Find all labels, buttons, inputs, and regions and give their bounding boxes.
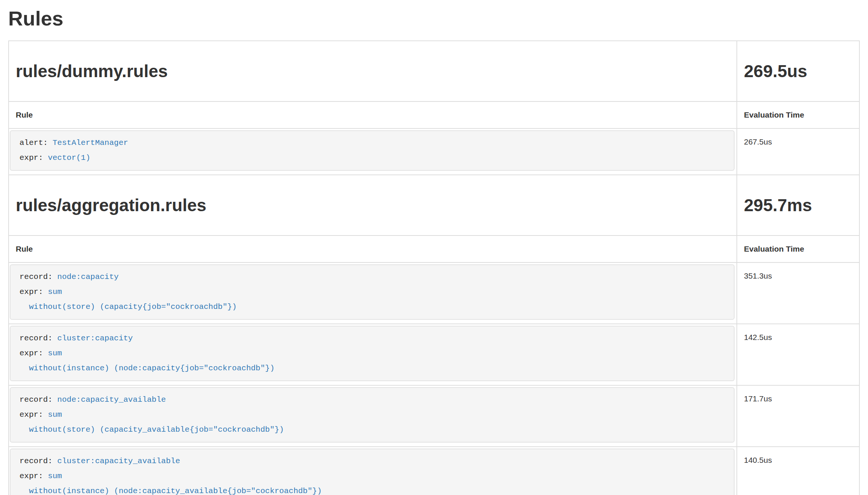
rule-code: record: cluster:capacity_available expr:… [10, 449, 735, 495]
rule-row: record: cluster:capacity_available expr:… [9, 446, 859, 495]
rule-code: record: node:capacity_available expr: su… [10, 387, 735, 443]
group-time-cell: 295.7ms [736, 175, 859, 235]
rule-key-label: record: [19, 273, 52, 281]
rule-expr-link[interactable]: vector(1) [48, 154, 90, 162]
rule-expr-link[interactable]: sum without(store) (capacity{job="cockro… [19, 288, 237, 311]
eval-time-value: 267.5us [736, 129, 859, 174]
rule-key-label: record: [19, 395, 52, 404]
group-file-name: rules/dummy.rules [16, 59, 730, 83]
eval-time-value: 140.5us [736, 447, 859, 495]
rule-row: alert: TestAlertManager expr: vector(1) … [9, 128, 859, 174]
eval-time-value: 171.7us [736, 386, 859, 446]
column-header-row: Rule Evaluation Time [9, 101, 859, 128]
expr-key-label: expr: [19, 410, 43, 419]
expr-key-label: expr: [19, 288, 43, 296]
rule-cell: record: cluster:capacity expr: sum witho… [9, 324, 736, 385]
eval-time-value: 142.5us [736, 324, 859, 385]
eval-time-column-header: Evaluation Time [736, 102, 859, 128]
rule-expr-link[interactable]: sum without(instance) (node:capacity_ava… [19, 472, 322, 495]
group-file-cell: rules/aggregation.rules [9, 175, 736, 235]
group-time-cell: 269.5us [736, 41, 859, 101]
expr-key-label: expr: [19, 472, 43, 480]
expr-key-label: expr: [19, 154, 43, 162]
eval-time-column-header: Evaluation Time [736, 236, 859, 262]
rule-cell: record: node:capacity expr: sum without(… [9, 263, 736, 324]
rules-page: Rules rules/dummy.rules 269.5us Rule Eva… [0, 0, 868, 495]
rule-code: alert: TestAlertManager expr: vector(1) [10, 130, 735, 171]
rule-code: record: cluster:capacity expr: sum witho… [10, 326, 735, 381]
rule-expr-link[interactable]: sum without(instance) (node:capacity{job… [19, 349, 275, 373]
rule-column-header: Rule [9, 102, 736, 128]
rule-cell: alert: TestAlertManager expr: vector(1) [9, 129, 736, 174]
rule-expr-link[interactable]: sum without(store) (capacity_available{j… [19, 410, 284, 434]
rules-table: rules/dummy.rules 269.5us Rule Evaluatio… [8, 40, 860, 495]
group-file-name: rules/aggregation.rules [16, 193, 730, 217]
rule-cell: record: node:capacity_available expr: su… [9, 386, 736, 446]
rule-row: record: node:capacity expr: sum without(… [9, 262, 859, 324]
rule-name-link[interactable]: node:capacity [57, 273, 119, 281]
rule-key-label: record: [19, 334, 52, 343]
group-header-row: rules/dummy.rules 269.5us [9, 41, 859, 101]
rule-code: record: node:capacity expr: sum without(… [10, 264, 735, 320]
rule-name-link[interactable]: TestAlertManager [52, 139, 128, 147]
expr-key-label: expr: [19, 349, 43, 358]
rule-column-header: Rule [9, 236, 736, 262]
rule-cell: record: cluster:capacity_available expr:… [9, 447, 736, 495]
rule-name-link[interactable]: cluster:capacity_available [57, 457, 180, 465]
group-file-cell: rules/dummy.rules [9, 41, 736, 101]
page-title: Rules [8, 7, 860, 29]
group-header-row: rules/aggregation.rules 295.7ms [9, 174, 859, 235]
rule-key-label: record: [19, 457, 52, 465]
rule-name-link[interactable]: node:capacity_available [57, 395, 166, 404]
rule-row: record: cluster:capacity expr: sum witho… [9, 324, 859, 385]
rule-name-link[interactable]: cluster:capacity [57, 334, 133, 343]
rule-row: record: node:capacity_available expr: su… [9, 385, 859, 446]
group-eval-time: 269.5us [744, 59, 852, 83]
rule-key-label: alert: [19, 139, 48, 147]
group-eval-time: 295.7ms [744, 193, 852, 217]
column-header-row: Rule Evaluation Time [9, 235, 859, 262]
eval-time-value: 351.3us [736, 263, 859, 324]
